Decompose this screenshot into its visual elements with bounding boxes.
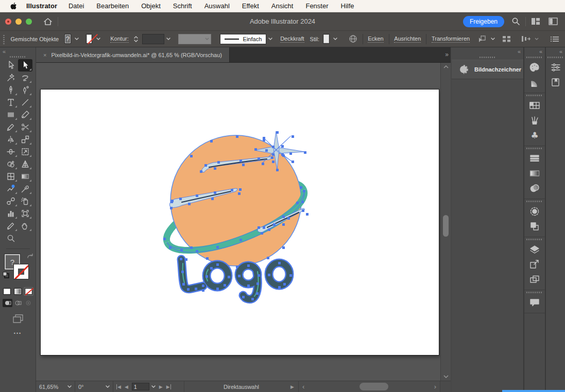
corners-link[interactable]: Ecken	[368, 35, 384, 43]
select-similar-chevron-icon[interactable]	[490, 34, 495, 44]
controlbar-menu-icon[interactable]	[551, 36, 559, 42]
fill-swatch-chevron-icon[interactable]	[75, 34, 79, 44]
panel-group-grip[interactable]	[526, 57, 543, 58]
column-graph-tool[interactable]	[4, 207, 18, 220]
stroke-width-stepper[interactable]	[133, 35, 139, 43]
zoom-window-button[interactable]	[26, 19, 32, 25]
panel-group-grip[interactable]	[526, 239, 543, 240]
last-artboard-icon[interactable]: ▶	[166, 384, 171, 389]
menu-hilfe[interactable]: Hilfe	[341, 2, 354, 10]
free-transform-tool[interactable]	[18, 146, 32, 158]
draw-behind-mode-button[interactable]	[13, 299, 23, 307]
properties-panel-icon[interactable]	[546, 60, 565, 75]
status-menu-icon[interactable]: ▶	[290, 384, 294, 389]
scale-tool[interactable]	[18, 133, 32, 146]
brush-chevron-icon[interactable]	[268, 34, 272, 44]
blend-tool[interactable]	[4, 195, 18, 207]
color-guide-panel-icon[interactable]	[524, 75, 545, 90]
color-button[interactable]	[2, 287, 12, 296]
status-display[interactable]: Direktauswahl ▶	[184, 381, 299, 392]
draw-normal-mode-button[interactable]	[3, 299, 12, 307]
artboard-tool[interactable]	[18, 207, 32, 220]
line-segment-tool[interactable]	[18, 96, 32, 109]
panel-collapse-icon[interactable]: «	[518, 48, 520, 55]
artwork-planet-logo[interactable]	[36, 63, 451, 381]
mesh-tool[interactable]	[4, 170, 18, 183]
panel-group-grip[interactable]	[526, 95, 543, 96]
panel-group-grip[interactable]	[526, 292, 543, 293]
color-panel-icon[interactable]	[524, 60, 545, 75]
libraries-panel-icon[interactable]	[546, 75, 565, 90]
home-icon[interactable]	[43, 17, 53, 26]
image-trace-panel-button[interactable]: Bildnachzeichner	[452, 60, 523, 79]
select-similar-icon[interactable]	[477, 35, 487, 43]
symbols-panel-icon[interactable]: ♣	[524, 128, 545, 142]
zoom-chevron-icon[interactable]	[67, 385, 72, 388]
menu-schrift[interactable]: Schrift	[173, 2, 192, 10]
eyedropper-tool[interactable]	[18, 183, 32, 195]
column-collapse-icon[interactable]: «	[559, 48, 561, 55]
rotation-chevron-icon[interactable]	[106, 385, 110, 388]
appearance-panel-icon[interactable]	[524, 204, 545, 219]
menu-datei[interactable]: Datei	[69, 2, 84, 10]
menu-objekt[interactable]: Objekt	[141, 2, 161, 10]
apple-logo-icon[interactable]	[10, 2, 17, 10]
artboard-number-field[interactable]: 1	[132, 383, 149, 390]
swatches-panel-icon[interactable]	[524, 98, 545, 113]
canvas[interactable]	[36, 63, 451, 381]
graphic-styles-panel-icon[interactable]	[524, 219, 545, 234]
artboard-chevron-icon[interactable]	[151, 385, 156, 388]
brushes-panel-icon[interactable]	[524, 113, 545, 128]
document-tab[interactable]: × Pixelbild-in-Vektorgrafik-umwandeln.ai…	[36, 47, 230, 62]
paintbrush-tool[interactable]	[18, 109, 32, 121]
first-artboard-icon[interactable]: ◀	[116, 384, 121, 389]
vertical-scroll-thumb[interactable]	[443, 215, 449, 237]
brush-definition-dropdown[interactable]: Einfach	[220, 34, 267, 44]
toolbar-collapse-icon[interactable]: «	[3, 48, 5, 55]
gradient-tool[interactable]	[18, 170, 32, 183]
distribute-objects-icon[interactable]	[521, 35, 530, 43]
transparency-panel-icon[interactable]	[524, 181, 545, 195]
distribute-chevron-icon[interactable]	[534, 34, 539, 44]
rectangle-tool[interactable]	[4, 109, 18, 121]
horizontal-scrollbar[interactable]: ‹ ›	[299, 381, 440, 392]
pen-tool[interactable]	[4, 84, 18, 96]
zoom-tool[interactable]	[4, 232, 18, 244]
curvature-tool[interactable]	[18, 84, 32, 96]
zoom-level-control[interactable]: 61,65%	[36, 381, 75, 392]
menu-bearbeiten[interactable]: Bearbeiten	[96, 2, 129, 10]
gradient-button[interactable]	[13, 287, 23, 296]
scroll-up-icon[interactable]	[441, 63, 451, 68]
document-setup-globe-icon[interactable]	[349, 34, 357, 43]
menu-effekt[interactable]: Effekt	[242, 2, 259, 10]
workspace-switcher-icon[interactable]	[549, 17, 558, 25]
direct-selection-tool[interactable]	[18, 59, 32, 72]
menu-fenster[interactable]: Fenster	[305, 2, 328, 10]
lasso-tool[interactable]	[18, 72, 32, 84]
scroll-down-icon[interactable]	[441, 375, 451, 378]
panel-group-grip[interactable]	[526, 201, 543, 202]
stroke-color-box[interactable]	[13, 264, 29, 279]
menu-auswahl[interactable]: Auswahl	[204, 2, 230, 10]
tab-close-icon[interactable]: ×	[43, 52, 46, 58]
swap-fill-stroke-icon[interactable]	[27, 253, 34, 259]
edit-toolbar-ellipsis[interactable]: •••	[14, 331, 22, 336]
menu-ansicht[interactable]: Ansicht	[271, 2, 294, 10]
stroke-swatch[interactable]	[86, 34, 93, 44]
tab-overflow-icon[interactable]: »	[445, 51, 448, 58]
stroke-panel-icon[interactable]	[524, 151, 545, 166]
shape-builder-tool[interactable]	[4, 158, 18, 170]
stroke-panel-link[interactable]: Kontur:	[110, 35, 128, 43]
align-objects-icon[interactable]	[502, 35, 511, 43]
asset-export-panel-icon[interactable]	[524, 257, 545, 272]
controlbar-grip[interactable]	[3, 34, 5, 44]
perspective-grid-tool[interactable]	[18, 158, 32, 170]
horizontal-scroll-thumb[interactable]	[359, 383, 388, 390]
default-fill-stroke-icon[interactable]	[3, 272, 9, 278]
opacity-panel-link[interactable]: Deckkraft	[280, 35, 304, 43]
panel-group-grip[interactable]	[526, 148, 543, 149]
pencil-tool[interactable]	[4, 121, 18, 133]
gradient-panel-icon[interactable]	[524, 166, 545, 181]
shaper-tool[interactable]	[4, 183, 18, 195]
vertical-scrollbar[interactable]	[440, 63, 451, 381]
